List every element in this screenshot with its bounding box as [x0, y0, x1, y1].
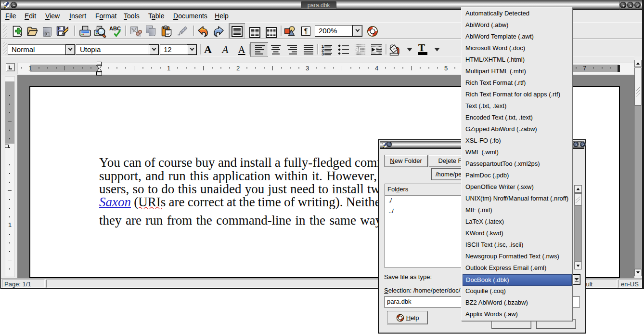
svg-text:T: T	[418, 43, 425, 54]
svg-text:ABC: ABC	[109, 26, 121, 31]
svg-text:3: 3	[322, 52, 324, 55]
